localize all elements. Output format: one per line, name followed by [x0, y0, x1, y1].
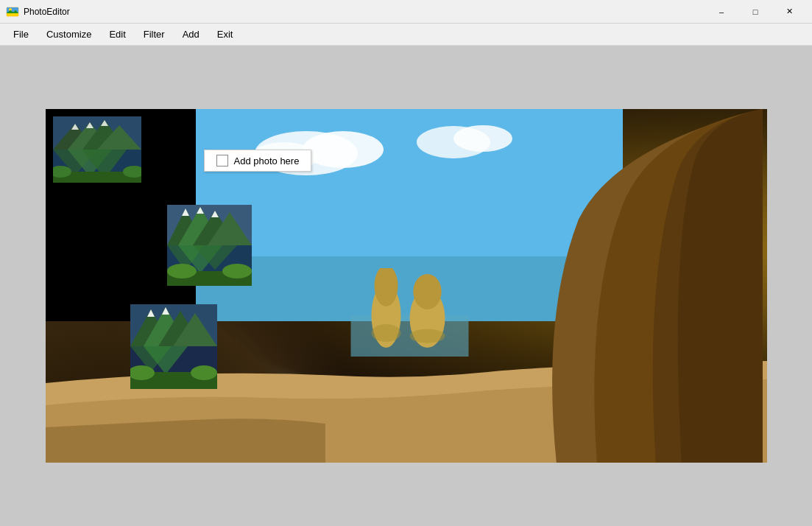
app-title: PhotoEditor — [24, 7, 70, 17]
svg-point-64 — [191, 365, 217, 380]
maximize-button[interactable]: □ — [738, 0, 772, 24]
menu-exit[interactable]: Exit — [210, 26, 241, 43]
menu-add[interactable]: Add — [175, 26, 207, 43]
title-bar-left: PhotoEditor — [6, 5, 70, 18]
main-area: Add photo here — [0, 46, 812, 526]
minimize-button[interactable]: – — [705, 0, 738, 24]
app-icon — [6, 5, 19, 18]
thumbnail-1[interactable] — [53, 116, 141, 183]
thumbnail-3[interactable] — [130, 304, 217, 389]
window-controls: – □ ✕ — [705, 0, 806, 24]
menu-bar: File Customize Edit Filter Add Exit — [0, 24, 812, 46]
add-photo-button[interactable]: Add photo here — [204, 150, 312, 172]
svg-point-9 — [413, 274, 441, 309]
svg-point-50 — [222, 264, 252, 278]
title-bar: PhotoEditor – □ ✕ — [0, 0, 812, 24]
close-button[interactable]: ✕ — [772, 0, 806, 24]
cave-arch-svg — [464, 109, 767, 463]
menu-edit[interactable]: Edit — [102, 26, 133, 43]
menu-file[interactable]: File — [6, 26, 36, 43]
menu-customize[interactable]: Customize — [39, 26, 99, 43]
menu-filter[interactable]: Filter — [136, 26, 172, 43]
editor-canvas[interactable]: Add photo here — [46, 109, 767, 463]
thumbnail-2[interactable] — [167, 205, 252, 286]
svg-point-49 — [167, 264, 197, 278]
